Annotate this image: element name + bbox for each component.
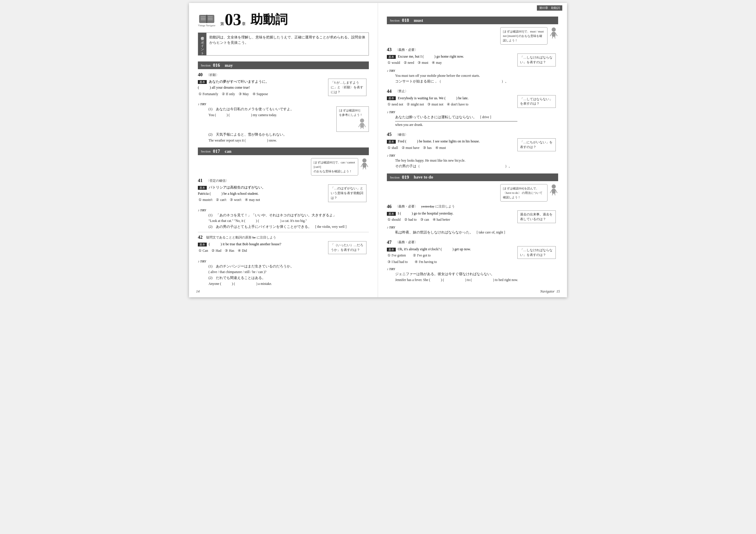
- q46-number: 46: [387, 204, 393, 209]
- section-topic-018: must: [414, 18, 423, 23]
- q47-choices-2: ③ I had had to ④ I'm having to: [388, 259, 515, 265]
- section-016-header: Section 016 may: [198, 62, 369, 69]
- q44-choices: ① need not ② might not ③ must not ④ don'…: [388, 102, 515, 108]
- learning-point-text: 助動詞は、文全体を理解し、意味を把握したうえで、正確に運用することが求められる。…: [206, 33, 368, 55]
- svg-line-23: [555, 33, 557, 36]
- q44-text: 基本 Everybody is waiting for us. We ( ) b…: [387, 95, 515, 108]
- q46-type: 〈義務・必要〉 yesterday に注目しよう: [395, 204, 455, 209]
- q47-number: 47: [387, 240, 393, 245]
- section-topic-017: can: [225, 149, 231, 154]
- section-num-018: 018: [402, 18, 409, 23]
- svg-line-22: [550, 33, 552, 36]
- section-017-note: [まずは確認002]で、can / cannot [can't]のおもな意味を確…: [311, 158, 358, 176]
- svg-line-29: [555, 190, 557, 193]
- try-label-042: TRY: [200, 260, 206, 263]
- try-045-content: The boy looks happy. He must like his ne…: [395, 158, 558, 169]
- svg-rect-27: [552, 189, 555, 194]
- q43-header: 43 〈義務・必要〉: [387, 47, 558, 52]
- q41-number: 41: [198, 178, 204, 183]
- book-icon: [198, 13, 216, 24]
- try-044: ♪TRY あなたは酔っているときには運転してはならない。 [ drive ] w…: [387, 109, 558, 128]
- try-043: ♪TRY You must turn off your mobile phone…: [387, 68, 558, 85]
- kihon-label-45: 基本: [387, 140, 396, 144]
- q40-choices: ① Fortunately ② If only ③ May ④ Suppose: [199, 91, 326, 97]
- try-047-content: ジェニファーは熱がある。彼女は今すぐ寝なければならない。 Jennifer ha…: [395, 271, 558, 283]
- svg-line-13: [363, 128, 364, 129]
- try-icon-047: ♪: [387, 267, 389, 271]
- q44-number: 44: [387, 89, 393, 94]
- try-016-2: (2) 天気予報によると、雪が降るかもしれない。 The weather rep…: [208, 132, 369, 143]
- try-042-2: (2) だれでも間違えることはある。 Anyone ( ) ( ) a mist…: [208, 275, 369, 287]
- svg-rect-15: [363, 163, 366, 168]
- try-042-content: (1) あのチンパンジーはまだ生きているのだろうか。 ( alive / tha…: [206, 264, 369, 287]
- q42-hint: 「（いったい）…だろうか」を表すのは？: [328, 241, 366, 254]
- svg-line-31: [554, 194, 555, 195]
- svg-rect-9: [360, 123, 364, 128]
- q41-text: 基本 パトリシアは高校生のはずがない。 Patricia ( ) be a hi…: [198, 184, 326, 203]
- right-page: 第03章 助動詞 Section 018 must [まずは確認003]で、mu…: [378, 3, 567, 297]
- question-47: 47 〈義務・必要〉 基本 Oh, it's already eight o'c…: [387, 240, 558, 283]
- chapter-number: 03: [225, 11, 241, 28]
- chapter-header: Vintage Navigator 第 03 章 助動詞: [198, 11, 369, 28]
- svg-line-19: [365, 168, 366, 169]
- svg-point-26: [552, 184, 556, 188]
- q47-content: 基本 Oh, it's already eight o'clock? ( ) g…: [387, 246, 558, 265]
- q40-hint: 「S が…しますように」と〈祈願〉を表すには？: [328, 79, 366, 96]
- section-num-017: 017: [213, 149, 220, 154]
- q42-content: 基本 ( ) it be true that Bob bought anothe…: [198, 241, 369, 254]
- q41-hint: 「…のはずがない」という意味を表す助動詞は？: [328, 184, 366, 202]
- try-label-046: TRY: [389, 225, 395, 229]
- q43-choices: ① would ② need ③ must ④ may: [388, 60, 515, 66]
- kihon-label-40: 基本: [198, 80, 207, 84]
- section-019-area: Section 019 have to do [まずは確認004]を読んで、〈h…: [387, 174, 558, 283]
- q42-header: 42 疑問文であることと動詞の原形 be に注目しよう: [198, 235, 369, 240]
- q46-hint: 過去の出来事。過去を表しているのは？: [517, 211, 556, 223]
- section-topic-016: may: [225, 63, 233, 68]
- question-45: 45 〈確信〉 基本 Fred ( ) be home. I see some …: [387, 132, 558, 169]
- q44-header: 44 〈禁止〉: [387, 89, 558, 94]
- section-topic-019: have to do: [414, 175, 433, 180]
- q46-header: 46 〈義務・必要〉 yesterday に注目しよう: [387, 204, 558, 209]
- try-017-1: (1) 「あのネコを見て！」「いいや、それはネコのはずがない。大きすぎるよ」 "…: [208, 212, 369, 224]
- q42-type: 疑問文であることと動詞の原形 be に注目しよう: [206, 235, 276, 240]
- q43-content: 基本 Excuse me, but I ( ) go home right no…: [387, 53, 558, 67]
- q47-header: 47 〈義務・必要〉: [387, 240, 558, 245]
- chapter-title: 助動詞: [251, 11, 288, 28]
- q42-text: 基本 ( ) it be true that Bob bought anothe…: [198, 241, 326, 254]
- character-figure-018: [549, 27, 558, 40]
- character-figure-019: [549, 184, 558, 197]
- kihon-label-44: 基本: [387, 96, 396, 100]
- try-label-044: TRY: [389, 110, 395, 114]
- try-042: ♪TRY (1) あのチンパンジーはまだ生きているのだろうか。 ( alive …: [198, 258, 369, 287]
- section-019-note-area: [まずは確認004]を読んで、〈have to do〉 の用法について確認しよう…: [387, 184, 558, 202]
- q47-hint: 「…しなければならない」を表すのは？: [517, 246, 556, 259]
- try-017-content: (1) 「あのネコを見て！」「いいや、それはネコのはずがない。大きすぎるよ」 "…: [206, 212, 369, 230]
- q43-type: 〈義務・必要〉: [395, 47, 418, 52]
- section-num-019: 019: [402, 175, 409, 180]
- q45-hint: 「…にちがいない」を表すのは？: [517, 138, 556, 151]
- svg-line-11: [364, 124, 365, 127]
- svg-line-16: [361, 164, 363, 167]
- q43-hint: 「…しなければならない」を表すのは？: [517, 53, 556, 67]
- try-043-content: You must turn off your mobile phone befo…: [395, 73, 558, 85]
- character-figure-016: [358, 118, 366, 129]
- try-016: ♪TRY (1) あなたは今日私のカメラを使ってもいいですよ。 You ( ) …: [198, 101, 369, 143]
- kihon-label-42: 基本: [198, 242, 207, 246]
- page-number-left: 14: [196, 289, 200, 294]
- q42-choices: ① Can ② Had ③ Has ④ Did: [199, 248, 326, 254]
- kihon-label-41: 基本: [198, 186, 207, 190]
- try-icon-046: ♪: [387, 225, 389, 229]
- try-label-017: TRY: [200, 208, 206, 212]
- try-icon-016: ♪: [198, 102, 200, 106]
- q44-content: 基本 Everybody is waiting for us. We ( ) b…: [387, 95, 558, 108]
- try-icon-017: ♪: [198, 208, 200, 212]
- right-page-num: 15: [556, 289, 560, 294]
- svg-point-14: [362, 158, 366, 162]
- try-045: ♪TRY The boy looks happy. He must like h…: [387, 153, 558, 169]
- navigator-label: Navigator: [540, 289, 554, 294]
- q46-text: 基本 I ( ) go to the hospital yesterday. ①…: [387, 211, 515, 223]
- question-42: 42 疑問文であることと動詞の原形 be に注目しよう 基本 ( ) it be…: [198, 235, 369, 254]
- vintage-navigator: Vintage Navigator: [198, 13, 216, 27]
- kihon-label-46: 基本: [387, 212, 396, 216]
- chapter-kanji: 章: [242, 21, 246, 27]
